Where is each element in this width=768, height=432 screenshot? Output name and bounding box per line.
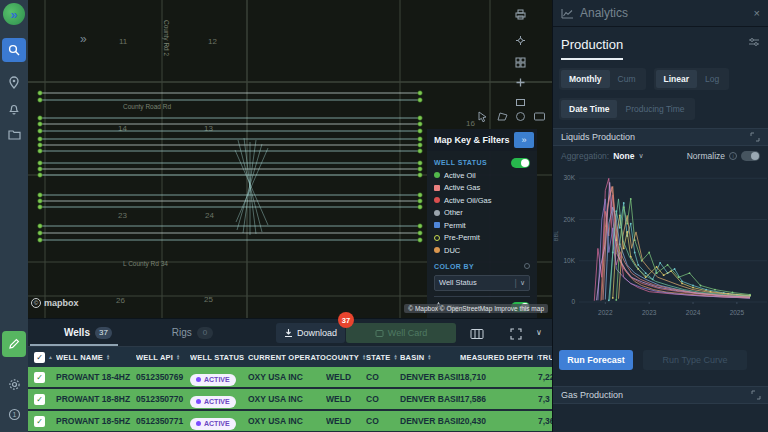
linear-option[interactable]: Linear: [656, 70, 698, 88]
sort-icon[interactable]: ▲▼: [427, 354, 431, 360]
search-icon[interactable]: [2, 38, 26, 62]
well-surface-dot[interactable]: [38, 116, 43, 121]
run-forecast-button[interactable]: Run Forecast: [559, 350, 633, 370]
well-surface-dot[interactable]: [418, 199, 423, 204]
help-circle-icon[interactable]: 1: [2, 402, 26, 426]
well-surface-dot[interactable]: [38, 98, 43, 103]
well-surface-dot[interactable]: [38, 199, 43, 204]
row-checkbox[interactable]: ✓: [34, 394, 45, 405]
sort-icon[interactable]: ▲▼: [176, 354, 180, 360]
sort-icon[interactable]: ▲▼: [393, 354, 397, 360]
table-row[interactable]: ✓PROWANT 18-8HZ0512350770ACTIVEOXY USA I…: [28, 389, 552, 411]
polygon-draw-icon[interactable]: [495, 110, 508, 123]
producing-time-option[interactable]: Producing Time: [617, 100, 692, 118]
well-surface-dot[interactable]: [418, 129, 423, 134]
well-surface-dot[interactable]: [38, 167, 43, 172]
well-surface-dot[interactable]: [418, 98, 423, 103]
well-surface-dot[interactable]: [38, 161, 43, 166]
expand-icon[interactable]: [751, 390, 761, 400]
well-surface-dot[interactable]: [418, 224, 423, 229]
select-all-checkbox[interactable]: ✓: [34, 352, 45, 363]
well-surface-dot[interactable]: [38, 231, 43, 236]
projects-folder-icon[interactable]: [2, 122, 26, 146]
column-header[interactable]: STATE▲▼: [366, 353, 400, 362]
app-logo-icon[interactable]: »: [3, 3, 25, 25]
well-status-toggle[interactable]: [511, 158, 530, 168]
close-icon[interactable]: ×: [754, 7, 760, 19]
well-surface-dot[interactable]: [38, 173, 43, 178]
select-arrow-icon[interactable]: [476, 110, 489, 123]
well-surface-dot[interactable]: [418, 167, 423, 172]
tab-wells[interactable]: Wells 37: [54, 319, 122, 346]
download-button[interactable]: Download: [276, 323, 345, 343]
production-tab[interactable]: Production: [553, 27, 768, 60]
well-surface-dot[interactable]: [418, 116, 423, 121]
well-surface-dot[interactable]: [38, 143, 43, 148]
well-surface-dot[interactable]: [38, 91, 43, 96]
circle-draw-icon[interactable]: [514, 110, 527, 123]
rectangle-draw-icon[interactable]: [533, 110, 546, 123]
rate-toggle[interactable]: Monthly Cum: [559, 68, 646, 90]
fullscreen-icon[interactable]: [510, 326, 522, 344]
zoom-in-icon[interactable]: [512, 74, 528, 90]
column-header[interactable]: MEASURED DEPTH▲▼: [460, 353, 538, 362]
map-key-collapse-button[interactable]: »: [514, 132, 534, 148]
locate-cursor-icon[interactable]: [512, 32, 528, 48]
well-surface-dot[interactable]: [418, 231, 423, 236]
well-surface-dot[interactable]: [38, 193, 43, 198]
well-surface-dot[interactable]: [418, 91, 423, 96]
layers-icon[interactable]: [512, 54, 528, 70]
gas-production-section[interactable]: Gas Production: [553, 386, 768, 404]
column-header[interactable]: COUNTY▲▼: [326, 353, 366, 362]
info-icon[interactable]: i: [729, 152, 737, 160]
time-toggle[interactable]: Date Time Producing Time: [559, 98, 695, 120]
column-header[interactable]: WELL NAME▲▼: [56, 353, 136, 362]
well-surface-dot[interactable]: [38, 205, 43, 210]
map-attribution[interactable]: © Mapbox © OpenStreetMap Improve this ma…: [404, 304, 548, 313]
row-checkbox[interactable]: ✓: [34, 372, 45, 383]
row-checkbox[interactable]: ✓: [34, 416, 45, 427]
column-header[interactable]: WELL STATUS▲▼: [190, 353, 248, 362]
column-header[interactable]: WELL API▲▼: [136, 353, 190, 362]
well-surface-dot[interactable]: [418, 149, 423, 154]
map-extent-icon[interactable]: [512, 94, 528, 110]
run-type-curve-button[interactable]: Run Type Curve: [643, 350, 747, 370]
well-surface-dot[interactable]: [418, 238, 423, 243]
edit-pencil-icon[interactable]: [2, 331, 26, 357]
panel-chevron-icon[interactable]: ∨: [536, 328, 542, 337]
map-canvas[interactable]: County Rd 2County Road RdL County Rd 341…: [28, 0, 552, 318]
well-surface-dot[interactable]: [418, 173, 423, 178]
sort-icon[interactable]: ▲▼: [106, 354, 110, 360]
well-surface-dot[interactable]: [38, 137, 43, 142]
well-card-button[interactable]: Well Card: [346, 323, 456, 343]
column-header[interactable]: BASIN▲▼: [400, 353, 460, 362]
palette-icon[interactable]: [524, 263, 530, 269]
column-header[interactable]: CURRENT OPERATOR▲▼: [248, 353, 326, 362]
cum-option[interactable]: Cum: [610, 70, 644, 88]
table-row[interactable]: ✓PROWANT 18-5HZ0512350771ACTIVEOXY USA I…: [28, 411, 552, 432]
well-surface-dot[interactable]: [418, 205, 423, 210]
expand-icon[interactable]: [750, 132, 760, 142]
well-surface-dot[interactable]: [38, 122, 43, 127]
well-surface-dot[interactable]: [38, 129, 43, 134]
scale-toggle[interactable]: Linear Log: [654, 68, 730, 90]
well-surface-dot[interactable]: [418, 193, 423, 198]
well-surface-dot[interactable]: [38, 149, 43, 154]
settings-gear-icon[interactable]: [2, 372, 26, 396]
well-surface-dot[interactable]: [418, 137, 423, 142]
well-surface-dot[interactable]: [38, 238, 43, 243]
color-by-select[interactable]: Well Status | ∨: [434, 275, 530, 291]
well-surface-dot[interactable]: [418, 122, 423, 127]
date-time-option[interactable]: Date Time: [561, 100, 617, 118]
column-settings-icon[interactable]: [470, 326, 484, 344]
location-pin-icon[interactable]: [2, 70, 26, 94]
well-surface-dot[interactable]: [38, 224, 43, 229]
well-surface-dot[interactable]: [418, 143, 423, 148]
print-icon[interactable]: [512, 6, 528, 22]
log-option[interactable]: Log: [697, 70, 727, 88]
liquids-production-section[interactable]: Liquids Production: [553, 128, 768, 146]
mapbox-logo[interactable]: © mapbox: [31, 298, 79, 308]
tab-rigs[interactable]: Rigs 0: [162, 319, 223, 346]
notifications-bell-icon[interactable]: [2, 96, 26, 120]
table-row[interactable]: ✓PROWANT 18-4HZ0512350769ACTIVEOXY USA I…: [28, 367, 552, 389]
